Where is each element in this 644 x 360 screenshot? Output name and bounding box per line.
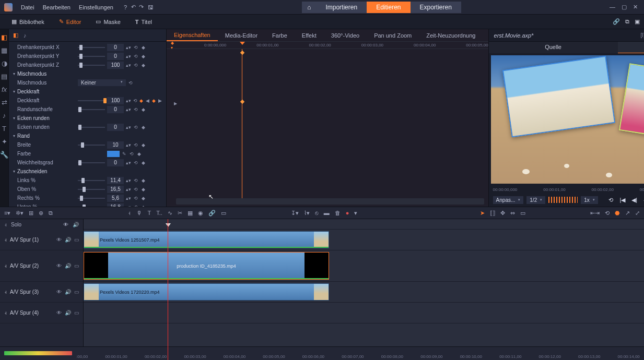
subtab-maske[interactable]: ▭ Maske [88,16,127,27]
slider-rechts[interactable] [78,198,105,199]
kftab-zeit[interactable]: Zeit-Neuzuordnung [419,30,483,41]
keyframe-icon[interactable]: ◆ [140,160,146,165]
tool-levels-icon[interactable]: ⫞ [128,210,131,216]
spin-icon[interactable]: ▴▾ [126,107,131,112]
slider-oben[interactable] [78,189,105,190]
track-handle-icon[interactable]: ⫞ [4,310,7,316]
mark-in-icon[interactable]: ↧▾ [291,210,299,217]
kf-playline[interactable] [242,49,242,198]
input-ecken[interactable] [107,124,124,131]
save-icon[interactable]: 🖫 [148,4,154,10]
slider-ecken[interactable] [78,127,105,128]
spin-icon[interactable]: ▴▾ [126,45,131,50]
group-zuschneiden[interactable]: Zuschneiden [9,167,166,176]
eye-icon[interactable]: 👁 [56,310,62,316]
preview-canvas[interactable] [491,55,644,184]
track-head-1[interactable]: ⫞A/V Spur (1)👁🔊▭ [0,230,83,250]
track-head-3[interactable]: ⫞A/V Spur (3)👁🔊▭ [0,282,83,303]
slider-links[interactable] [78,180,105,181]
rail-audio-icon[interactable]: ♪ [3,112,6,119]
slider-drehy[interactable] [78,56,105,57]
minimize-icon[interactable]: — [610,4,615,10]
spin-icon[interactable]: ▴▾ [126,196,131,201]
lock-icon[interactable]: ▭ [74,237,79,243]
kf-expand-icon[interactable]: ▶ [174,101,177,106]
kf-diamond[interactable] [240,51,244,55]
spin-icon[interactable]: ▴▾ [126,160,131,165]
export-icon[interactable]: ↗ [625,210,630,217]
jog-bar[interactable] [548,197,578,203]
prev-kf-icon[interactable]: ◀ [146,98,150,103]
input-weich[interactable] [107,159,124,166]
tl-magnet-icon[interactable]: ⊕ [39,210,43,217]
keyframe-icon[interactable]: ◆ [140,187,146,192]
eye-icon[interactable]: 👁 [56,289,62,295]
playhead-marker-icon[interactable] [166,223,171,227]
bracket-icon[interactable]: ⟦⟧ [490,210,495,217]
reset-icon[interactable]: ⟲ [133,142,138,148]
rail-text-icon[interactable]: T [2,125,6,133]
subtab-bibliothek[interactable]: ▦ Bibliothek [4,16,52,27]
kf-scrollbar[interactable] [176,198,484,205]
tl-snap-icon[interactable]: ⊞ [29,210,33,217]
tool-wave-icon[interactable]: ∿ [168,210,172,217]
close-icon[interactable]: ✕ [633,4,638,10]
reset-icon[interactable]: ⟲ [129,151,134,157]
spin-icon[interactable]: ▴▾ [126,125,131,130]
tool-text-icon[interactable]: T [147,210,151,216]
kf-ruler[interactable]: ◆ ▾ 0:00:00,000 00:00:01,00 00:00:02,00 … [167,42,488,49]
tool-grid-icon[interactable]: ▦ [188,210,193,217]
eye-icon[interactable]: 👁 [56,263,62,269]
speaker-icon[interactable]: 🔊 [65,289,71,295]
reset-icon[interactable]: ⟲ [133,178,138,183]
help-icon[interactable]: ? [124,4,127,10]
tool-text2-icon[interactable]: T.. [156,210,162,216]
pip-photo-1[interactable] [502,56,615,138]
kftab-media[interactable]: Media-Editor [218,30,265,41]
record-icon[interactable]: ● [346,210,349,216]
speaker-all-icon[interactable]: 🔊 [73,222,79,227]
redo-icon[interactable]: ↷ [139,4,144,10]
slider-drehx[interactable] [78,47,105,48]
kftab-effekt[interactable]: Effekt [295,30,324,41]
reset-icon[interactable]: ⟲ [133,160,138,165]
speaker-icon[interactable]: 🔊 [65,237,71,243]
group-rand[interactable]: Rand [9,131,166,140]
tool-image-icon[interactable]: ▭ [221,210,226,217]
preview-ruler[interactable]: 00:00:00,000 00:00:01,00 00:00:02,00 00:… [489,186,644,193]
rail-wand-icon[interactable]: ✦ [2,138,7,146]
slider-breite[interactable] [78,145,105,146]
speed-select[interactable]: 1x [581,196,598,204]
reset-icon[interactable]: ⟲ [133,107,138,112]
home-button[interactable]: ⌂ [302,2,316,13]
track-head-4[interactable]: ⫞A/V Spur (4)👁🔊▭ [0,303,83,323]
lock-icon[interactable]: ▭ [74,289,79,295]
add-kf-icon[interactable]: ◆ [152,98,156,103]
spin-icon[interactable]: ▴▾ [126,205,131,207]
slider-weich[interactable] [78,162,105,163]
keyframe-icon[interactable]: ◆ [140,196,146,201]
zoom-icon[interactable]: ⤢ [635,210,640,217]
track-handle-icon[interactable]: ⫞ [4,263,7,269]
link-icon[interactable]: 🔗 [613,18,620,25]
tool-globe-icon[interactable]: ◉ [198,210,203,217]
goto-start-icon[interactable]: |◀ [618,197,627,203]
razor-icon[interactable]: ⌇▾ [304,210,310,217]
loop-icon[interactable]: ⟲ [607,197,615,203]
clip-1[interactable]: Pexels Videos 1251507.mp4 [84,231,329,248]
clip-3[interactable]: Pexels Videos 1720220.mp4 [84,283,329,301]
keyframe-icon[interactable]: ◆ [140,205,146,207]
keyframe-icon[interactable]: ◆ [140,54,146,59]
tab-importieren[interactable]: Importieren [316,2,367,13]
kf-playhead-icon[interactable] [240,42,245,45]
keyframe-icon[interactable]: ◆ [140,125,146,130]
keyframe-icon[interactable]: ◆ [136,151,142,157]
slider-unten[interactable] [78,207,105,207]
popout-icon[interactable]: ⧉ [625,18,629,25]
input-drehx[interactable] [107,44,124,51]
kftab-eigenschaften[interactable]: Eigenschaften [167,30,218,41]
tab-exportieren[interactable]: Exportieren [411,2,461,13]
preview-tab-quelle[interactable]: Quelle [489,42,618,53]
move-icon[interactable]: ✥ [500,210,505,217]
kftab-pan[interactable]: Pan und Zoom [367,30,419,41]
